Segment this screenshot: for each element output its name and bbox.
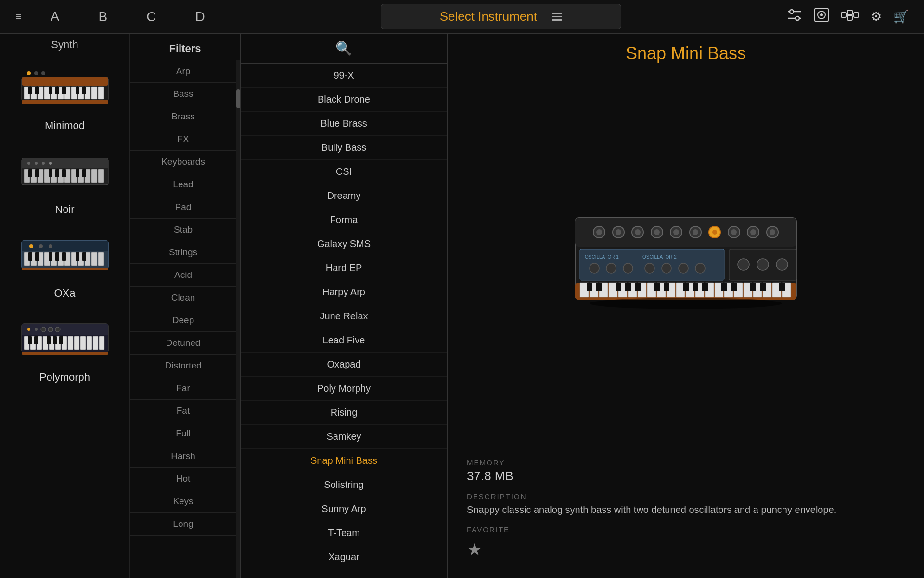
svg-point-142	[590, 263, 599, 273]
synth-item-oxa[interactable]: OXa	[0, 223, 129, 307]
detail-info: MEMORY 37.8 MB DESCRIPTION Snappy classi…	[467, 449, 905, 568]
preset-june-relax[interactable]: June Relax	[241, 304, 447, 328]
filter-lead[interactable]: Lead	[130, 173, 236, 196]
svg-point-113	[41, 327, 46, 332]
svg-rect-109	[59, 336, 63, 344]
svg-point-138	[770, 229, 775, 235]
memory-row: MEMORY 37.8 MB	[467, 459, 905, 484]
svg-rect-181	[664, 283, 669, 291]
oxa-image	[17, 231, 113, 284]
svg-point-62	[35, 162, 38, 165]
svg-rect-9	[847, 15, 852, 20]
filter-harsh[interactable]: Harsh	[130, 445, 236, 468]
svg-point-150	[738, 259, 749, 270]
filter-far[interactable]: Far	[130, 377, 236, 400]
preset-bully-bass[interactable]: Bully Bass	[241, 136, 447, 160]
preset-forma[interactable]: Forma	[241, 208, 447, 232]
tab-b[interactable]: B	[79, 9, 128, 25]
preset-lead-five[interactable]: Lead Five	[241, 328, 447, 353]
svg-rect-60	[82, 169, 86, 177]
minimod-name: Minimod	[45, 119, 85, 132]
preset-rising[interactable]: Rising	[241, 401, 447, 425]
preset-oxapad[interactable]: Oxapad	[241, 353, 447, 377]
preset-csi[interactable]: CSI	[241, 160, 447, 184]
preset-blue-brass[interactable]: Blue Brass	[241, 112, 447, 136]
preset-harpy-arp[interactable]: Harpy Arp	[241, 280, 447, 304]
main-content: Synth	[0, 34, 924, 578]
svg-rect-189	[779, 283, 785, 291]
svg-rect-28	[98, 87, 104, 99]
preset-black-drone[interactable]: Black Drone	[241, 88, 447, 112]
filter-strings[interactable]: Strings	[130, 241, 236, 264]
filter-bass[interactable]: Bass	[130, 83, 236, 105]
svg-rect-86	[22, 268, 108, 270]
search-icon[interactable]: 🔍	[335, 40, 352, 56]
svg-point-190	[590, 298, 782, 309]
svg-rect-110	[22, 352, 108, 355]
preset-dreamy[interactable]: Dreamy	[241, 184, 447, 208]
filter-hot[interactable]: Hot	[130, 468, 236, 490]
svg-rect-101	[80, 336, 86, 350]
svg-point-63	[42, 162, 45, 165]
preset-list: 99-X Black Drone Blue Brass Bully Bass C…	[241, 64, 447, 578]
preset-sunny-arp[interactable]: Sunny Arp	[241, 497, 447, 521]
filter-fx[interactable]: FX	[130, 128, 236, 151]
preset-galaxy-sms[interactable]: Galaxy SMS	[241, 232, 447, 256]
sliders-icon[interactable]	[787, 8, 802, 26]
svg-point-144	[623, 263, 633, 273]
cart-icon[interactable]: 🛒	[893, 9, 909, 24]
svg-point-114	[48, 327, 53, 332]
filter-stab[interactable]: Stab	[130, 219, 236, 241]
preset-hard-ep[interactable]: Hard EP	[241, 256, 447, 280]
select-instrument-button[interactable]: Select Instrument	[381, 4, 621, 29]
tab-c[interactable]: C	[127, 9, 176, 25]
filter-detuned[interactable]: Detuned	[130, 332, 236, 355]
svg-point-120	[596, 229, 602, 235]
favorite-star[interactable]: ★	[467, 539, 905, 560]
preset-poly-morphy[interactable]: Poly Morphy	[241, 377, 447, 401]
hamburger-icon[interactable]: ≡	[6, 11, 31, 23]
preset-t-team[interactable]: T-Team	[241, 521, 447, 545]
filter-arp[interactable]: Arp	[130, 60, 236, 83]
preset-snap-mini-bass[interactable]: Snap Mini Bass	[241, 449, 447, 473]
filter-keys[interactable]: Keys	[130, 490, 236, 513]
svg-rect-187	[750, 283, 756, 291]
filter-deep[interactable]: Deep	[130, 309, 236, 332]
gear-icon[interactable]: ⚙	[871, 9, 882, 24]
filter-long[interactable]: Long	[130, 513, 236, 536]
preset-solistring[interactable]: Solistring	[241, 473, 447, 497]
svg-point-146	[662, 263, 671, 273]
svg-rect-84	[76, 252, 79, 261]
filters-scroll-thumb	[236, 89, 240, 108]
svg-rect-105	[28, 336, 32, 344]
header-right-icons: ⚙ 🛒	[777, 7, 918, 26]
filter-acid[interactable]: Acid	[130, 264, 236, 287]
filters-column: Filters Arp Bass Brass FX Keyboards Lead…	[130, 34, 241, 578]
preset-samkey[interactable]: Samkey	[241, 425, 447, 449]
filters-scrollbar[interactable]	[236, 60, 240, 578]
tab-a[interactable]: A	[31, 9, 79, 25]
preset-99x[interactable]: 99-X	[241, 64, 447, 88]
svg-rect-16	[22, 77, 108, 86]
polymorph-image	[17, 315, 113, 368]
svg-rect-77	[91, 252, 97, 266]
synth-item-minimod[interactable]: Minimod	[0, 56, 129, 140]
svg-rect-178	[625, 283, 631, 291]
tab-d[interactable]: D	[176, 9, 224, 25]
svg-rect-83	[62, 252, 66, 261]
filter-fat[interactable]: Fat	[130, 400, 236, 422]
svg-point-115	[55, 327, 60, 332]
filter-clean[interactable]: Clean	[130, 287, 236, 309]
network-icon[interactable]	[841, 8, 859, 25]
svg-rect-85	[82, 252, 86, 261]
svg-point-152	[776, 259, 788, 270]
filter-full[interactable]: Full	[130, 422, 236, 445]
filter-brass[interactable]: Brass	[130, 105, 236, 128]
filter-distorted[interactable]: Distorted	[130, 355, 236, 377]
synth-item-polymorph[interactable]: Polymorph	[0, 307, 129, 391]
preset-xaguar[interactable]: Xaguar	[241, 545, 447, 569]
speaker-icon[interactable]	[814, 7, 829, 26]
filter-pad[interactable]: Pad	[130, 196, 236, 219]
synth-item-noir[interactable]: Noir	[0, 140, 129, 223]
filter-keyboards[interactable]: Keyboards	[130, 151, 236, 173]
